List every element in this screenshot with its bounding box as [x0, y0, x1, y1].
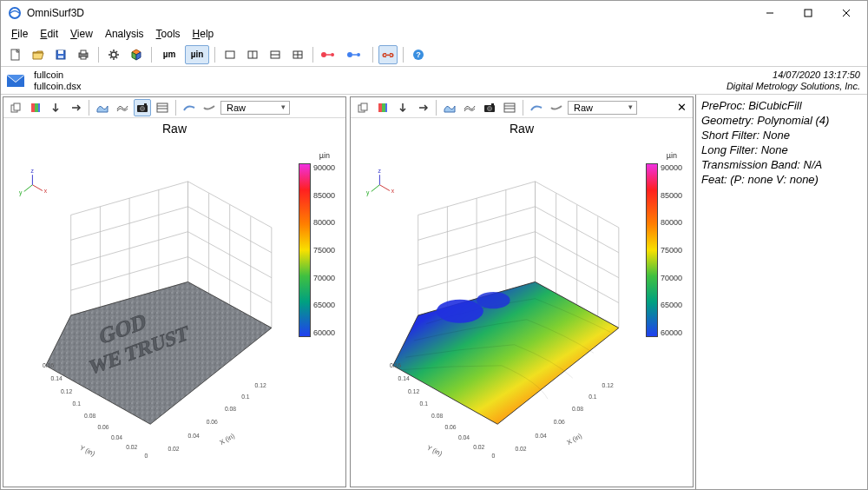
arrow-horiz-icon[interactable] [414, 99, 431, 116]
layout-3-button[interactable] [266, 45, 285, 64]
menubar: File Edit View Analysis Tools Help [1, 25, 867, 43]
views-container: Raw Raw [1, 95, 695, 489]
menu-file[interactable]: File [6, 26, 33, 42]
menu-edit[interactable]: Edit [35, 26, 63, 42]
svg-text:0.04: 0.04 [188, 433, 200, 439]
svg-point-124 [437, 300, 483, 323]
dataset-filename: fullcoin.dsx [34, 81, 81, 92]
contour-icon[interactable] [501, 99, 518, 116]
svg-text:0.06: 0.06 [445, 424, 457, 430]
svg-text:0.12: 0.12 [408, 388, 419, 394]
surface-solid-icon[interactable] [441, 99, 458, 116]
measure-b-button[interactable] [345, 45, 367, 64]
dataset-name: fullcoin [34, 70, 81, 81]
palette-icon[interactable] [374, 99, 391, 116]
svg-text:0.16: 0.16 [390, 362, 401, 368]
svg-rect-98 [378, 103, 382, 112]
svg-rect-40 [31, 103, 35, 112]
view-title-right: Raw [351, 118, 693, 136]
shade-a-icon[interactable] [181, 99, 198, 116]
palette-icon[interactable] [27, 99, 44, 116]
toolbar-separator [372, 47, 373, 63]
svg-point-32 [347, 52, 352, 57]
arrow-horiz-icon[interactable] [67, 99, 84, 116]
settings-button[interactable] [104, 45, 123, 64]
window-close-button[interactable] [827, 1, 865, 25]
app-icon [8, 6, 22, 20]
colorbar-right: µin 90000 85000 80000 75000 70000 65000 … [646, 163, 684, 337]
menu-analysis[interactable]: Analysis [100, 26, 149, 42]
svg-text:0.02: 0.02 [126, 444, 137, 450]
svg-text:0.04: 0.04 [536, 433, 547, 439]
main-toolbar: µm µin ? [1, 43, 867, 67]
open-file-button[interactable] [29, 45, 48, 64]
plot-area-left[interactable]: GOD WE TRUST 0.160.140.12 0.10.080.06 0.… [7, 139, 342, 483]
unit-um-button[interactable]: µm [157, 45, 181, 64]
plot-area-right[interactable]: 0.160.140.12 0.10.080.06 0.040.020 0.020… [354, 139, 689, 483]
svg-text:y: y [366, 189, 370, 196]
svg-line-19 [116, 51, 117, 52]
svg-rect-7 [58, 50, 63, 54]
shade-b-icon[interactable] [548, 99, 565, 116]
svg-text:0.08: 0.08 [431, 413, 443, 419]
measure-a-button[interactable] [319, 45, 341, 64]
svg-text:Y (in): Y (in) [78, 444, 96, 458]
toolbar-separator [312, 47, 313, 63]
menu-tools[interactable]: Tools [151, 26, 186, 42]
svg-rect-35 [385, 54, 391, 56]
layout-4-button[interactable] [288, 45, 307, 64]
camera-icon[interactable] [481, 99, 498, 116]
svg-text:x: x [391, 188, 395, 194]
svg-rect-105 [491, 103, 494, 106]
help-button[interactable]: ? [409, 45, 428, 64]
surface-wire-icon[interactable] [114, 99, 131, 116]
new-file-button[interactable] [6, 45, 25, 64]
copy-icon[interactable] [354, 99, 372, 116]
arrow-down-icon[interactable] [47, 99, 64, 116]
svg-text:0.06: 0.06 [207, 419, 218, 425]
svg-text:0.1: 0.1 [420, 401, 429, 407]
svg-line-92 [24, 185, 33, 192]
layout-2-button[interactable] [243, 45, 262, 64]
svg-point-30 [331, 53, 334, 56]
surface-solid-icon[interactable] [94, 99, 111, 116]
view-close-button[interactable]: ✕ [674, 100, 689, 116]
arrow-down-icon[interactable] [394, 99, 411, 116]
contour-icon[interactable] [154, 99, 171, 116]
unit-uin-button[interactable]: µin [185, 45, 209, 64]
svg-text:X (in): X (in) [566, 432, 584, 447]
view-panel-right: Raw ✕ Raw [350, 96, 694, 487]
link-views-button[interactable] [378, 45, 398, 64]
save-file-button[interactable] [51, 45, 70, 64]
surface-type-dropdown[interactable]: Raw [568, 101, 637, 115]
surface-wire-icon[interactable] [461, 99, 478, 116]
menu-view[interactable]: View [65, 26, 98, 42]
file-info-bar: fullcoin fullcoin.dsx 14/07/2020 13:17:5… [1, 67, 867, 95]
svg-text:0: 0 [491, 453, 495, 459]
window-maximize-button[interactable] [789, 1, 827, 25]
shade-a-icon[interactable] [528, 99, 545, 116]
layout-1-button[interactable] [220, 45, 240, 64]
shade-b-icon[interactable] [201, 99, 218, 116]
surface-type-dropdown[interactable]: Raw [220, 101, 290, 115]
svg-text:0.02: 0.02 [168, 446, 179, 452]
dataset-icon [4, 70, 29, 91]
toolbar-separator [151, 47, 152, 63]
svg-rect-2 [805, 10, 812, 17]
svg-text:0.06: 0.06 [554, 419, 565, 425]
copy-icon[interactable] [7, 99, 24, 116]
svg-text:0: 0 [144, 453, 148, 459]
svg-rect-41 [35, 103, 38, 112]
svg-point-46 [141, 106, 145, 110]
camera-icon[interactable] [134, 99, 151, 116]
menu-help[interactable]: Help [187, 26, 220, 42]
view-toolbar-left: Raw [3, 97, 345, 118]
cube-view-button[interactable] [127, 45, 146, 64]
window-minimize-button[interactable] [751, 1, 789, 25]
svg-text:x: x [44, 188, 48, 194]
print-button[interactable] [74, 45, 93, 64]
svg-rect-106 [504, 103, 515, 112]
svg-text:0.12: 0.12 [602, 382, 614, 388]
svg-text:Y (in): Y (in) [425, 444, 444, 458]
svg-text:z: z [378, 168, 381, 174]
